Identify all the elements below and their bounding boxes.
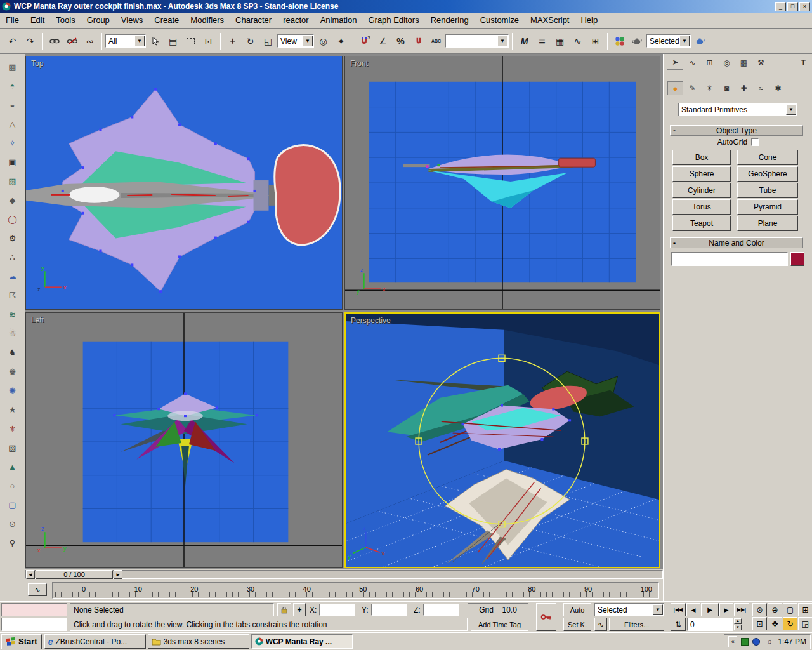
- chevron-down-icon[interactable]: ▼: [786, 104, 796, 115]
- key-mode-toggle-icon[interactable]: ⇅: [671, 618, 686, 631]
- viewport-left[interactable]: z y x Left: [25, 312, 343, 568]
- named-selection-sets-icon[interactable]: ABC: [428, 32, 445, 50]
- tab-utilities[interactable]: ⚒: [753, 56, 769, 70]
- left-toolbar-icon-2[interactable]: ◓: [4, 78, 22, 93]
- tab-extra[interactable]: T: [796, 56, 811, 70]
- menu-item-create[interactable]: Create: [148, 13, 185, 28]
- autogrid-checkbox[interactable]: [751, 138, 759, 146]
- use-pivot-point-center-icon[interactable]: ◎: [315, 32, 332, 50]
- maxscript-mini-listener-pink[interactable]: [1, 603, 67, 616]
- object-type-button-sphere[interactable]: Sphere: [672, 166, 731, 182]
- viewport-front[interactable]: z x y Front: [344, 56, 660, 310]
- redo-icon[interactable]: ↷: [22, 32, 39, 50]
- play-icon[interactable]: ▶: [701, 603, 719, 616]
- taskbar-task-scenes-folder[interactable]: 3ds max 8 scenes: [148, 634, 249, 649]
- track-bar-ruler[interactable]: 0 10 20 30 40 50 60 70 80 90 100: [52, 582, 659, 599]
- viewport-label-top[interactable]: Top: [31, 59, 43, 68]
- close-icon[interactable]: ×: [799, 2, 810, 11]
- menu-item-tools[interactable]: Tools: [50, 13, 81, 28]
- menu-item-edit[interactable]: Edit: [25, 13, 50, 28]
- offset-mode-icon[interactable]: +: [293, 603, 306, 616]
- left-toolbar-icon-22[interactable]: ▲: [4, 459, 22, 474]
- select-and-scale-icon[interactable]: ◱: [259, 32, 277, 50]
- collapse-icon[interactable]: -: [671, 126, 678, 135]
- left-toolbar-icon-9[interactable]: ◯: [4, 211, 22, 227]
- chevron-down-icon[interactable]: ▼: [497, 36, 508, 46]
- menu-item-customize[interactable]: Customize: [475, 13, 525, 28]
- spinner-snap-icon[interactable]: [410, 32, 427, 50]
- start-button[interactable]: Start: [1, 634, 42, 649]
- select-and-move-icon[interactable]: ＋: [224, 32, 241, 50]
- select-by-name-icon[interactable]: ▤: [164, 32, 181, 50]
- left-toolbar-icon-16[interactable]: ♞: [4, 345, 22, 360]
- tray-collapse-icon[interactable]: «: [728, 636, 737, 647]
- frame-spin-down-icon[interactable]: ▼: [734, 625, 742, 630]
- pan-icon[interactable]: ✥: [768, 617, 782, 630]
- object-type-button-geosphere[interactable]: GeoSphere: [737, 166, 798, 182]
- zoom-extents-all-icon[interactable]: ⊞: [798, 603, 812, 616]
- set-key-icon[interactable]: [536, 603, 556, 631]
- reference-coordinate-dropdown[interactable]: View ▼: [277, 34, 314, 48]
- snap-toggle-3d-icon[interactable]: 3: [357, 32, 374, 50]
- left-toolbar-icon-17[interactable]: ♚: [4, 364, 22, 379]
- next-frame-icon[interactable]: ▶: [719, 603, 733, 616]
- schematic-view-icon[interactable]: ⊞: [587, 32, 604, 50]
- time-slider-thumb[interactable]: 0 / 100: [36, 570, 113, 579]
- left-toolbar-icon-24[interactable]: ▢: [4, 497, 22, 512]
- zoom-extents-icon[interactable]: ▢: [783, 603, 797, 616]
- left-toolbar-icon-10[interactable]: ⚙: [4, 230, 22, 246]
- auto-key-button[interactable]: Auto: [563, 603, 591, 616]
- tray-volume-icon[interactable]: ♫: [764, 637, 774, 647]
- magnify-icon[interactable]: ⚲: [4, 535, 22, 550]
- tab-modify[interactable]: ∿: [684, 56, 700, 70]
- go-to-end-icon[interactable]: ▶▶|: [734, 603, 749, 616]
- category-systems[interactable]: ✱: [770, 81, 786, 95]
- tab-hierarchy[interactable]: ⊞: [702, 56, 717, 70]
- menu-item-maxscript[interactable]: MAXScript: [525, 13, 575, 28]
- object-type-button-cone[interactable]: Cone: [737, 150, 798, 165]
- category-shapes[interactable]: ✎: [684, 81, 700, 95]
- unlink-selection-icon[interactable]: [63, 32, 81, 50]
- render-scene-icon[interactable]: [629, 32, 646, 50]
- bind-to-space-warp-icon[interactable]: ∾: [81, 32, 98, 50]
- frame-spin-up-icon[interactable]: ▲: [734, 618, 742, 624]
- collapse-icon[interactable]: -: [671, 239, 678, 248]
- go-to-start-icon[interactable]: |◀◀: [671, 603, 686, 616]
- object-name-input[interactable]: [671, 252, 788, 266]
- curve-editor-icon[interactable]: ∿: [569, 32, 586, 50]
- current-frame-field[interactable]: 0: [687, 618, 733, 631]
- left-toolbar-icon-14[interactable]: ≋: [4, 307, 22, 322]
- select-and-manipulate-icon[interactable]: ✦: [332, 32, 350, 50]
- maxscript-mini-listener-white[interactable]: [1, 618, 67, 631]
- viewport-top[interactable]: y x z Top: [25, 56, 343, 310]
- mirror-icon[interactable]: M: [516, 32, 533, 50]
- selection-filter-dropdown[interactable]: All ▼: [105, 34, 146, 48]
- select-object-icon[interactable]: [147, 32, 164, 50]
- taskbar-task-3dsmax[interactable]: WCP Manta Ray ...: [251, 634, 353, 649]
- menu-item-group[interactable]: Group: [81, 13, 115, 28]
- named-selection-dropdown[interactable]: ▼: [445, 34, 509, 48]
- material-editor-icon[interactable]: [611, 32, 628, 50]
- arc-rotate-icon[interactable]: ↻: [783, 617, 797, 630]
- category-geometry[interactable]: ●: [667, 81, 683, 95]
- zoom-all-icon[interactable]: ⊕: [768, 603, 782, 616]
- taskbar-task-zbrushcentral[interactable]: e ZBrushCentral - Po...: [44, 634, 146, 649]
- menu-item-character[interactable]: Character: [230, 13, 277, 28]
- object-type-button-box[interactable]: Box: [672, 150, 731, 165]
- left-toolbar-icon-15[interactable]: ☃: [4, 326, 22, 341]
- previous-frame-icon[interactable]: ◀: [686, 603, 700, 616]
- menu-item-help[interactable]: Help: [575, 13, 603, 28]
- maximize-viewport-icon[interactable]: ◲: [798, 617, 812, 630]
- object-type-button-pyramid[interactable]: Pyramid: [737, 199, 798, 215]
- key-filters-button[interactable]: Filters...: [609, 618, 664, 631]
- open-mini-curve-editor-icon[interactable]: ∿: [28, 583, 47, 596]
- menu-item-file[interactable]: File: [0, 13, 25, 28]
- menu-item-rendering[interactable]: Rendering: [425, 13, 475, 28]
- chevron-down-icon[interactable]: ▼: [653, 604, 663, 615]
- percent-snap-icon[interactable]: %: [392, 32, 409, 50]
- set-key-button[interactable]: Set K.: [563, 618, 591, 631]
- maximize-icon[interactable]: □: [787, 2, 798, 11]
- tab-motion[interactable]: ◎: [719, 56, 735, 70]
- key-filter-dropdown[interactable]: Selected ▼: [594, 603, 664, 616]
- left-toolbar-icon-18[interactable]: ✺: [4, 383, 22, 398]
